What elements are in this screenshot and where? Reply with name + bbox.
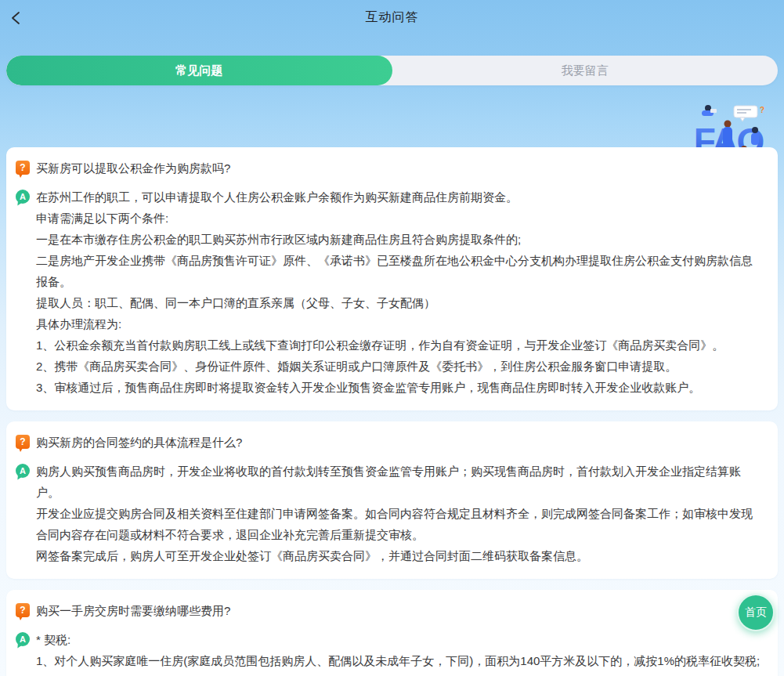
answer-line: 申请需满足以下两个条件:: [36, 208, 764, 229]
back-chevron-icon: [9, 10, 23, 26]
svg-text:?: ?: [760, 106, 764, 114]
page-title: 互动问答: [366, 9, 419, 26]
tab-leave-message[interactable]: 我要留言: [392, 56, 779, 85]
answer-line: 二是房地产开发企业携带《商品房预售许可证》原件、《承诺书》已至楼盘所在地公积金中…: [36, 250, 764, 292]
interactive-qa-page: 互动问答 常见问题 我要留言 FAQ ?: [0, 0, 784, 676]
answer-line: 在苏州工作的职工，可以申请提取个人住房公积金账户余额作为购买新建商品住房前期资金…: [36, 186, 764, 208]
answer-line: 开发企业应提交购房合同及相关资料至住建部门申请网签备案。如合同内容符合规定且材料…: [36, 503, 764, 545]
faq-card: ? 购买新房的合同签约的具体流程是什么? A 购房人购买预售商品房时，开发企业将…: [6, 421, 778, 579]
answer-row: A * 契税:1、对个人购买家庭唯一住房(家庭成员范围包括购房人、配偶以及未成年…: [16, 629, 764, 676]
answer-text: * 契税:1、对个人购买家庭唯一住房(家庭成员范围包括购房人、配偶以及未成年子女…: [36, 629, 764, 676]
answer-text: 在苏州工作的职工，可以申请提取个人住房公积金账户余额作为购买新建商品住房前期资金…: [36, 186, 764, 398]
home-button[interactable]: 首页: [737, 594, 775, 631]
answer-line: 提取人员：职工、配偶、同一本户口簿的直系亲属（父母、子女、子女配偶）: [36, 292, 764, 313]
question-row: ? 购买新房的合同签约的具体流程是什么?: [16, 433, 764, 451]
app-header: 互动问答: [0, 0, 784, 35]
question-bubble-icon: ?: [16, 603, 30, 617]
faq-card: ? 购买一手房交房时需要缴纳哪些费用? A * 契税:1、对个人购买家庭唯一住房…: [6, 590, 778, 676]
answer-line: * 契税:: [36, 629, 764, 650]
answer-line: 3、审核通过后，预售商品住房即时将提取资金转入开发企业预售资金监管专用账户，现售…: [36, 377, 764, 398]
speech-bubble-icon: ?: [734, 106, 764, 121]
question-row: ? 购买一手房交房时需要缴纳哪些费用?: [16, 602, 764, 620]
answer-row: A 购房人购买预售商品房时，开发企业将收取的首付款划转至预售资金监管专用账户；购…: [16, 461, 764, 566]
answer-line: 网签备案完成后，购房人可至开发企业处签订《商品房买卖合同》，并通过合同封面二维码…: [36, 545, 764, 566]
tab-bar: 常见问题 我要留言: [6, 56, 778, 85]
question-row: ? 买新房可以提取公积金作为购房款吗?: [16, 159, 764, 177]
answer-row: A 在苏州工作的职工，可以申请提取个人住房公积金账户余额作为购买新建商品住房前期…: [16, 186, 764, 398]
answer-line: 购房人购买预售商品房时，开发企业将收取的首付款划转至预售资金监管专用账户；购买现…: [36, 461, 764, 503]
answer-text: 购房人购买预售商品房时，开发企业将收取的首付款划转至预售资金监管专用账户；购买现…: [36, 461, 764, 566]
answer-bubble-icon: A: [16, 632, 30, 646]
answer-line: 2、携带《商品房买卖合同》、身份证件原件、婚姻关系证明或户口簿原件及《委托书》，…: [36, 356, 764, 377]
faq-list: ? 买新房可以提取公积金作为购房款吗? A 在苏州工作的职工，可以申请提取个人住…: [6, 147, 778, 676]
question-bubble-icon: ?: [16, 161, 30, 175]
answer-line: 具体办理流程为:: [36, 313, 764, 334]
faq-card: ? 买新房可以提取公积金作为购房款吗? A 在苏州工作的职工，可以申请提取个人住…: [6, 147, 778, 410]
tab-common-questions[interactable]: 常见问题: [6, 56, 392, 85]
answer-line: 1、公积金余额充当首付款购房职工线上或线下查询打印公积金缴存证明，作为自有资金证…: [36, 334, 764, 356]
back-button[interactable]: [5, 7, 27, 29]
answer-bubble-icon: A: [16, 190, 30, 204]
question-text: 购买新房的合同签约的具体流程是什么?: [36, 433, 242, 451]
answer-bubble-icon: A: [16, 464, 30, 478]
question-text: 买新房可以提取公积金作为购房款吗?: [36, 159, 230, 177]
answer-line: 1、对个人购买家庭唯一住房(家庭成员范围包括购房人、配偶以及未成年子女，下同)，…: [36, 650, 764, 676]
question-bubble-icon: ?: [16, 435, 30, 449]
question-text: 购买一手房交房时需要缴纳哪些费用?: [36, 602, 230, 620]
answer-line: 一是在本市缴存住房公积金的职工购买苏州市行政区域内新建商品住房且符合购房提取条件…: [36, 229, 764, 250]
